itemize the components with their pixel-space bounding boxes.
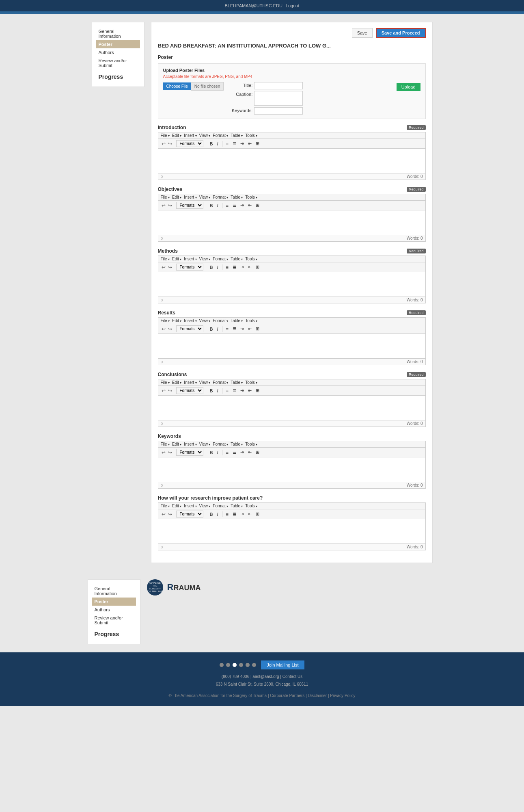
join-mailing-list-button[interactable]: Join Mailing List	[261, 660, 304, 669]
italic-button-methods[interactable]: I	[216, 264, 219, 270]
undo-button-results[interactable]: ↩	[161, 326, 166, 332]
menu-item-keywords-insert[interactable]: Insert	[184, 442, 196, 446]
menu-item-introduction-table[interactable]: Table	[231, 133, 243, 138]
redo-button-keywords[interactable]: ↪	[167, 450, 173, 455]
editor-content-objectives[interactable]	[158, 210, 425, 235]
redo-button-introduction[interactable]: ↪	[167, 141, 173, 147]
bold-button-keywords[interactable]: B	[209, 450, 214, 455]
bold-button-results[interactable]: B	[209, 326, 214, 332]
toolbar-icon-btn-introduction-4[interactable]: ⊞	[254, 141, 261, 147]
caption-input[interactable]	[254, 91, 303, 106]
undo-button-methods[interactable]: ↩	[161, 264, 166, 270]
menu-item-objectives-tools[interactable]: Tools	[245, 195, 257, 199]
toolbar-icon-btn-patient-care-0[interactable]: ≡	[225, 511, 230, 517]
toolbar-icon-btn-results-3[interactable]: ⇤	[247, 326, 253, 332]
menu-item-conclusions-file[interactable]: File	[161, 380, 170, 385]
bold-button-conclusions[interactable]: B	[209, 388, 214, 394]
bold-button-introduction[interactable]: B	[209, 141, 214, 147]
editor-content-conclusions[interactable]	[158, 396, 425, 420]
menu-item-patient-care-view[interactable]: View	[199, 504, 211, 508]
formats-select-keywords[interactable]: Formats	[176, 449, 203, 456]
toolbar-icon-btn-conclusions-2[interactable]: ⇥	[239, 388, 245, 394]
menu-item-methods-table[interactable]: Table	[231, 257, 243, 261]
formats-select-objectives[interactable]: Formats	[176, 202, 203, 209]
bold-button-methods[interactable]: B	[209, 264, 214, 270]
sidebar-item-review-submit[interactable]: Review and/or Submit	[96, 56, 140, 69]
toolbar-icon-btn-methods-0[interactable]: ≡	[225, 264, 230, 270]
menu-item-keywords-edit[interactable]: Edit	[172, 442, 181, 446]
formats-select-patient-care[interactable]: Formats	[176, 511, 203, 518]
menu-item-keywords-file[interactable]: File	[161, 442, 170, 446]
toolbar-icon-btn-results-1[interactable]: ≣	[231, 326, 237, 332]
italic-button-objectives[interactable]: I	[216, 203, 219, 208]
menu-item-introduction-insert[interactable]: Insert	[184, 133, 196, 138]
menu-item-methods-format[interactable]: Format	[213, 257, 228, 261]
footer-sidebar-item-review[interactable]: Review and/or Submit	[92, 614, 136, 627]
toolbar-icon-btn-conclusions-4[interactable]: ⊞	[254, 388, 261, 394]
footer-sidebar-item-authors[interactable]: Authors	[92, 606, 136, 614]
italic-button-keywords[interactable]: I	[216, 450, 219, 455]
menu-item-keywords-table[interactable]: Table	[231, 442, 243, 446]
menu-item-patient-care-file[interactable]: File	[161, 504, 170, 508]
menu-item-results-format[interactable]: Format	[213, 318, 228, 323]
menu-item-methods-view[interactable]: View	[199, 257, 211, 261]
menu-item-introduction-edit[interactable]: Edit	[172, 133, 181, 138]
menu-item-objectives-view[interactable]: View	[199, 195, 211, 199]
footer-sidebar-item-poster[interactable]: Poster	[92, 598, 136, 606]
menu-item-results-file[interactable]: File	[161, 318, 170, 323]
menu-item-conclusions-insert[interactable]: Insert	[184, 380, 196, 385]
menu-item-introduction-view[interactable]: View	[199, 133, 211, 138]
menu-item-conclusions-table[interactable]: Table	[231, 380, 243, 385]
menu-item-results-view[interactable]: View	[199, 318, 211, 323]
menu-item-conclusions-edit[interactable]: Edit	[172, 380, 181, 385]
editor-content-introduction[interactable]	[158, 149, 425, 173]
menu-item-patient-care-edit[interactable]: Edit	[172, 504, 181, 508]
choose-file-button[interactable]: Choose File	[163, 82, 191, 90]
toolbar-icon-btn-results-4[interactable]: ⊞	[254, 326, 261, 332]
save-and-proceed-button[interactable]: Save and Proceed	[376, 28, 426, 38]
bold-button-objectives[interactable]: B	[209, 203, 214, 208]
menu-item-patient-care-table[interactable]: Table	[231, 504, 243, 508]
menu-item-keywords-format[interactable]: Format	[213, 442, 228, 446]
undo-button-objectives[interactable]: ↩	[161, 203, 166, 208]
redo-button-conclusions[interactable]: ↪	[167, 388, 173, 394]
logout-link[interactable]: Logout	[286, 3, 300, 8]
save-button[interactable]: Save	[352, 28, 373, 38]
redo-button-methods[interactable]: ↪	[167, 264, 173, 270]
formats-select-methods[interactable]: Formats	[176, 264, 203, 271]
sidebar-item-general-information[interactable]: General Information	[96, 27, 140, 40]
bold-button-patient-care[interactable]: B	[209, 511, 214, 517]
menu-item-objectives-edit[interactable]: Edit	[172, 195, 181, 199]
toolbar-icon-btn-keywords-1[interactable]: ≣	[231, 449, 237, 455]
formats-select-conclusions[interactable]: Formats	[176, 387, 203, 394]
menu-item-methods-file[interactable]: File	[161, 257, 170, 261]
redo-button-results[interactable]: ↪	[167, 326, 173, 332]
toolbar-icon-btn-patient-care-4[interactable]: ⊞	[254, 511, 261, 517]
menu-item-results-insert[interactable]: Insert	[184, 318, 196, 323]
toolbar-icon-btn-introduction-1[interactable]: ≣	[231, 141, 237, 147]
toolbar-icon-btn-methods-1[interactable]: ≣	[231, 264, 237, 270]
toolbar-icon-btn-results-0[interactable]: ≡	[225, 326, 230, 332]
menu-item-introduction-file[interactable]: File	[161, 133, 170, 138]
italic-button-patient-care[interactable]: I	[216, 511, 219, 517]
italic-button-introduction[interactable]: I	[216, 141, 219, 147]
sidebar-item-poster[interactable]: Poster	[96, 40, 140, 48]
menu-item-conclusions-tools[interactable]: Tools	[245, 380, 257, 385]
menu-item-objectives-insert[interactable]: Insert	[184, 195, 196, 199]
footer-sidebar-item-general[interactable]: General Information	[92, 585, 136, 598]
toolbar-icon-btn-objectives-2[interactable]: ⇥	[239, 202, 245, 208]
sidebar-item-authors[interactable]: Authors	[96, 48, 140, 56]
undo-button-patient-care[interactable]: ↩	[161, 511, 166, 517]
editor-content-methods[interactable]	[158, 272, 425, 297]
menu-item-methods-insert[interactable]: Insert	[184, 257, 196, 261]
toolbar-icon-btn-methods-2[interactable]: ⇥	[239, 264, 245, 270]
toolbar-icon-btn-objectives-0[interactable]: ≡	[225, 203, 230, 208]
toolbar-icon-btn-objectives-1[interactable]: ≣	[231, 202, 237, 208]
editor-content-results[interactable]	[158, 334, 425, 358]
menu-item-patient-care-tools[interactable]: Tools	[245, 504, 257, 508]
menu-item-patient-care-format[interactable]: Format	[213, 504, 228, 508]
redo-button-patient-care[interactable]: ↪	[167, 511, 173, 517]
toolbar-icon-btn-introduction-2[interactable]: ⇥	[239, 141, 245, 147]
menu-item-keywords-view[interactable]: View	[199, 442, 211, 446]
menu-item-conclusions-view[interactable]: View	[199, 380, 211, 385]
